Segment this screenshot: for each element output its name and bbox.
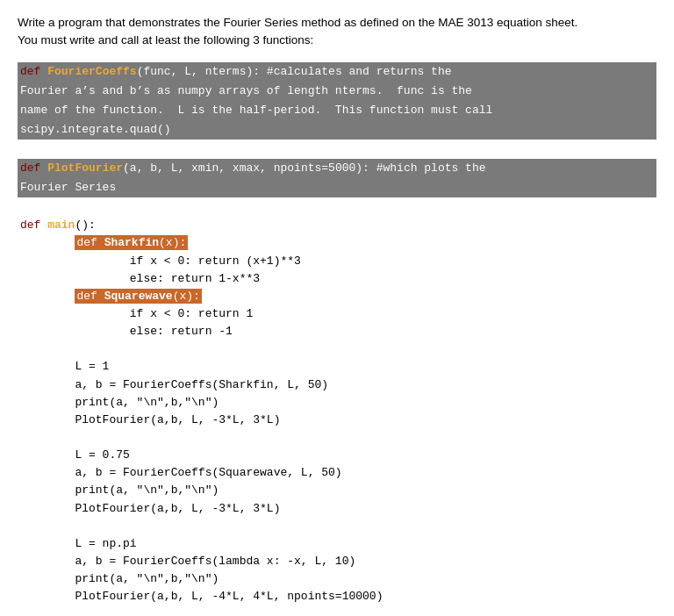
sharkfin-body-2: else: return 1-x**3	[18, 270, 656, 288]
squarewave-body-1: if x < 0: return 1	[18, 305, 656, 323]
sharkfin-body-1: if x < 0: return (x+1)**3	[18, 253, 656, 270]
section2-plot: PlotFourier(a,b, L, -3*L, 3*L)	[18, 500, 656, 518]
section1-ab: a, b = FourierCoeffs(Sharkfin, L, 50)	[18, 376, 656, 394]
section2-ab: a, b = FourierCoeffs(Squarewave, L, 50)	[18, 464, 656, 482]
intro-paragraph: Write a program that demonstrates the Fo…	[18, 14, 656, 50]
section1-print: print(a, "\n",b,"\n")	[18, 394, 656, 412]
main-def: def main():	[18, 217, 656, 234]
section1-L: L = 1	[18, 358, 656, 376]
section3-plot: PlotFourier(a,b, L, -4*L, 4*L, npoints=1…	[18, 588, 656, 605]
fouriercoeffs-comment-3: scipy.integrate.quad()	[18, 120, 656, 140]
section3-print: print(a, "\n",b,"\n")	[18, 570, 656, 588]
code-block-plotfourier: def PlotFourier(a, b, L, xmin, xmax, npo…	[18, 159, 656, 197]
sharkfin-def: def Sharkfin(x):	[18, 234, 656, 252]
plotfourier-comment-1: Fourier Series	[18, 178, 656, 197]
spacer-1	[18, 340, 656, 358]
section2-print: print(a, "\n",b,"\n")	[18, 482, 656, 499]
fouriercoeffs-comment-2: name of the function. L is the half-peri…	[18, 101, 656, 120]
section3-L: L = np.pi	[18, 535, 656, 553]
squarewave-def: def Squarewave(x):	[18, 288, 656, 305]
fouriercoeffs-def-line: def FourierCoeffs(func, L, nterms): #cal…	[18, 62, 656, 82]
spacer-2	[18, 429, 656, 447]
plotfourier-def-line: def PlotFourier(a, b, L, xmin, xmax, npo…	[18, 159, 656, 178]
code-block-fouriercoeffs: def FourierCoeffs(func, L, nterms): #cal…	[18, 62, 656, 140]
code-block-main: def main(): def Sharkfin(x): if x < 0: r…	[18, 217, 656, 605]
section1-plot: PlotFourier(a,b, L, -3*L, 3*L)	[18, 412, 656, 429]
spacer-3	[18, 518, 656, 535]
fouriercoeffs-comment-1: Fourier a’s and b’s as numpy arrays of l…	[18, 82, 656, 101]
squarewave-body-2: else: return -1	[18, 323, 656, 340]
section3-ab: a, b = FourierCoeffs(lambda x: -x, L, 10…	[18, 553, 656, 570]
section2-L: L = 0.75	[18, 447, 656, 464]
